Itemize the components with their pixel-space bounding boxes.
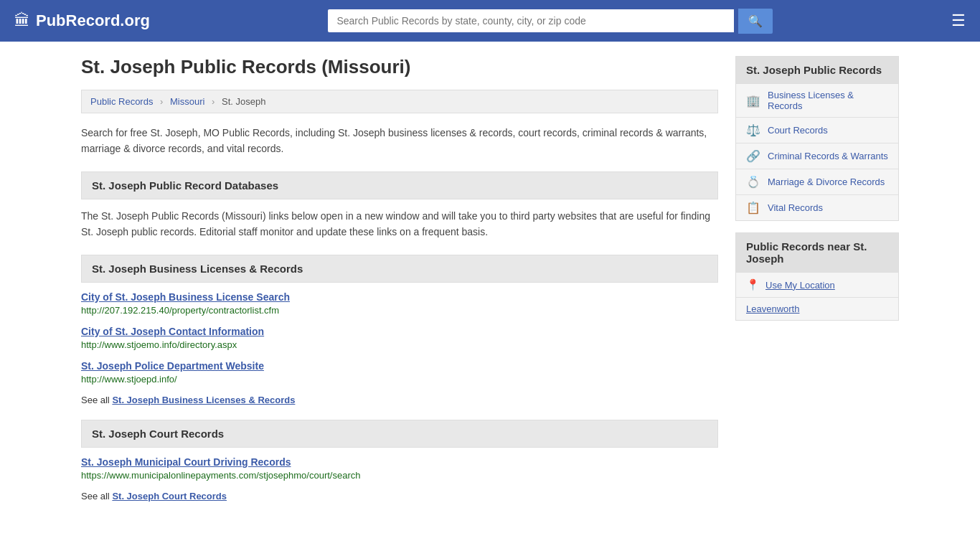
scales-icon: ⚖️ xyxy=(746,123,760,137)
business-link-2[interactable]: City of St. Joseph Contact Information xyxy=(81,326,718,337)
hamburger-icon: ☰ xyxy=(951,11,966,29)
breadcrumb-public-records[interactable]: Public Records xyxy=(90,96,153,107)
breadcrumb-missouri[interactable]: Missouri xyxy=(170,96,204,107)
search-area: 🔍 xyxy=(328,9,773,34)
sidebar-item-criminal-label: Criminal Records & Warrants xyxy=(768,151,888,161)
business-link-3[interactable]: St. Joseph Police Department Website xyxy=(81,360,718,372)
breadcrumb: Public Records › Missouri › St. Joseph xyxy=(81,90,718,113)
breadcrumb-sep-2: › xyxy=(212,96,215,107)
court-url-1: https://www.municipalonlinepayments.com/… xyxy=(81,470,718,481)
sidebar-item-court-label: Court Records xyxy=(768,125,828,136)
sidebar-nearby-title: Public Records near St. Joseph xyxy=(736,233,898,273)
breadcrumb-stjoseph: St. Joseph xyxy=(222,96,265,107)
databases-description: The St. Joseph Public Records (Missouri)… xyxy=(81,208,718,240)
sidebar-public-records-title: St. Joseph Public Records xyxy=(736,57,898,84)
sidebar-item-vital-label: Vital Records xyxy=(768,202,823,213)
location-pin-icon: 📍 xyxy=(746,278,760,291)
sidebar-item-business-label: Business Licenses & Records xyxy=(768,90,888,111)
search-button[interactable]: 🔍 xyxy=(738,9,773,34)
sidebar-item-marriage-label: Marriage & Divorce Records xyxy=(768,176,885,187)
sidebar-item-court[interactable]: ⚖️ Court Records xyxy=(736,118,898,143)
business-url-3: http://www.stjoepd.info/ xyxy=(81,374,718,385)
leavenworth-label[interactable]: Leavenworth xyxy=(746,303,799,314)
business-url-1: http://207.192.215.40/property/contracto… xyxy=(81,305,718,316)
rings-icon: 💍 xyxy=(746,175,760,189)
business-see-all-link[interactable]: St. Joseph Business Licenses & Records xyxy=(112,395,295,405)
content: St. Joseph Public Records (Missouri) Pub… xyxy=(81,56,718,516)
sidebar-item-criminal[interactable]: 🔗 Criminal Records & Warrants xyxy=(736,143,898,169)
sidebar-nearby-box: Public Records near St. Joseph 📍 Use My … xyxy=(735,232,899,321)
logo-text: PubRecord.org xyxy=(36,11,150,30)
search-icon: 🔍 xyxy=(748,15,763,27)
sidebar-use-location[interactable]: 📍 Use My Location xyxy=(736,273,898,298)
court-link-1[interactable]: St. Joseph Municipal Court Driving Recor… xyxy=(81,456,718,468)
sidebar-item-business[interactable]: 🏢 Business Licenses & Records xyxy=(736,84,898,118)
sidebar: St. Joseph Public Records 🏢 Business Lic… xyxy=(735,56,899,516)
business-url-2: http://www.stjoemo.info/directory.aspx xyxy=(81,339,718,350)
menu-button[interactable]: ☰ xyxy=(951,11,966,30)
breadcrumb-sep-1: › xyxy=(160,96,163,107)
business-see-all: See all St. Joseph Business Licenses & R… xyxy=(81,395,718,405)
link-icon: 🔗 xyxy=(746,149,760,163)
court-see-all-link[interactable]: St. Joseph Court Records xyxy=(112,491,227,501)
logo-area[interactable]: 🏛 PubRecord.org xyxy=(14,11,150,30)
sidebar-item-marriage[interactable]: 💍 Marriage & Divorce Records xyxy=(736,169,898,195)
header: 🏛 PubRecord.org 🔍 ☰ xyxy=(0,0,980,42)
business-section-header: St. Joseph Business Licenses & Records xyxy=(81,255,718,283)
sidebar-item-vital[interactable]: 📋 Vital Records xyxy=(736,195,898,220)
sidebar-public-records-box: St. Joseph Public Records 🏢 Business Lic… xyxy=(735,56,899,221)
clipboard-icon: 📋 xyxy=(746,201,760,215)
use-location-label[interactable]: Use My Location xyxy=(765,280,835,291)
description: Search for free St. Joseph, MO Public Re… xyxy=(81,125,718,157)
business-link-1[interactable]: City of St. Joseph Business License Sear… xyxy=(81,291,718,303)
sidebar-leavenworth[interactable]: Leavenworth xyxy=(736,298,898,320)
logo-icon: 🏛 xyxy=(14,11,30,30)
briefcase-icon: 🏢 xyxy=(746,94,760,108)
main-container: St. Joseph Public Records (Missouri) Pub… xyxy=(60,42,920,530)
court-see-all: See all St. Joseph Court Records xyxy=(81,491,718,501)
databases-section-header: St. Joseph Public Record Databases xyxy=(81,171,718,199)
search-input[interactable] xyxy=(328,9,734,32)
court-section-header: St. Joseph Court Records xyxy=(81,420,718,448)
page-title: St. Joseph Public Records (Missouri) xyxy=(81,56,718,78)
